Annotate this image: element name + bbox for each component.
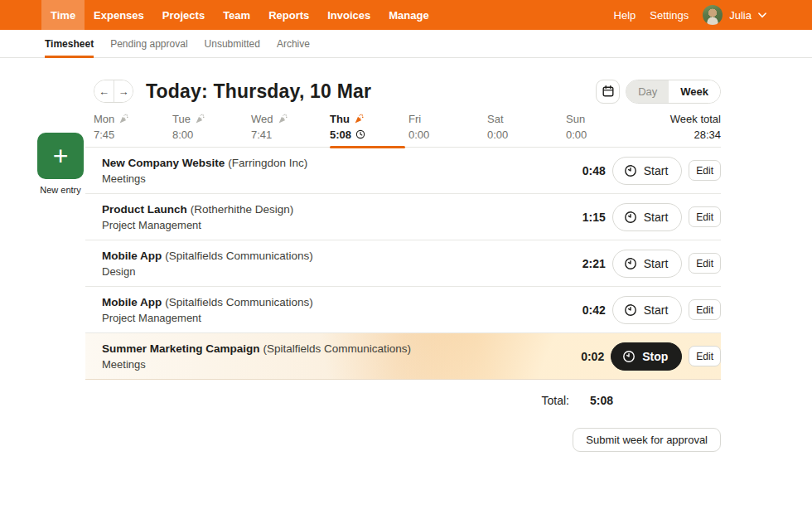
party-popper-icon — [354, 114, 365, 124]
time-entry-row: Product Launch(Rotherhithe Design) Proje… — [85, 194, 721, 240]
nav-item-projects[interactable]: Projects — [153, 0, 214, 30]
timer-button-label: Start — [644, 164, 669, 177]
entry-task: Meetings — [102, 172, 571, 185]
tab-archive[interactable]: Archive — [277, 30, 310, 57]
clock-icon — [624, 257, 637, 270]
date-header: ← → Today: Thursday, 10 Mar Day Week — [94, 79, 721, 104]
start-timer-button[interactable]: Start — [612, 157, 683, 185]
nav-item-expenses[interactable]: Expenses — [85, 0, 153, 30]
day-column-sun[interactable]: Sun 0:00 — [566, 112, 645, 141]
entry-project: Product Launch — [102, 203, 187, 216]
new-entry-label: New entry — [37, 185, 84, 195]
day-column-wed[interactable]: Wed 7:41 — [251, 112, 330, 141]
edit-entry-button[interactable]: Edit — [689, 299, 721, 320]
entry-client: (Spitalfields Communications) — [263, 342, 412, 355]
day-column-tue[interactable]: Tue 8:00 — [172, 112, 251, 141]
edit-entry-button[interactable]: Edit — [689, 206, 721, 227]
entry-project: Mobile App — [102, 250, 162, 262]
tab-unsubmitted[interactable]: Unsubmitted — [205, 30, 260, 57]
day-name: Thu — [330, 113, 350, 125]
timer-button-label: Stop — [642, 350, 668, 363]
new-entry-button[interactable]: + — [37, 133, 84, 179]
submit-week-button[interactable]: Submit week for approval — [573, 428, 721, 452]
nav-item-invoices[interactable]: Invoices — [318, 0, 379, 30]
entry-info: Summer Marketing Campaign(Spitalfields C… — [102, 342, 569, 371]
help-link[interactable]: Help — [614, 9, 636, 22]
entry-project: Summer Marketing Campaign — [102, 342, 260, 355]
entry-time: 2:21 — [571, 257, 606, 270]
nav-item-manage[interactable]: Manage — [379, 0, 437, 30]
entry-info: New Company Website(Farringdon Inc) Meet… — [102, 157, 571, 185]
day-total: 0:00 — [487, 128, 566, 141]
clock-icon — [624, 211, 637, 224]
user-name: Julia — [729, 9, 752, 22]
entry-task: Design — [102, 265, 571, 278]
day-name: Wed — [251, 113, 273, 125]
day-total-row: Total: 5:08 — [85, 394, 721, 407]
timer-button-label: Start — [644, 211, 669, 224]
edit-entry-button[interactable]: Edit — [689, 160, 721, 181]
day-column-fri[interactable]: Fri 0:00 — [408, 112, 487, 141]
party-popper-icon — [195, 114, 205, 124]
clock-icon — [624, 303, 637, 317]
settings-link[interactable]: Settings — [650, 9, 689, 22]
day-total: 7:41 — [251, 128, 330, 141]
edit-entry-button[interactable]: Edit — [689, 346, 721, 366]
entry-client: (Spitalfields Communications) — [165, 296, 313, 308]
entry-time: 0:42 — [571, 303, 606, 317]
day-column-mon[interactable]: Mon 7:45 — [94, 112, 172, 141]
day-week-toggle: Day Week — [626, 80, 721, 104]
timer-button-label: Start — [644, 257, 669, 270]
tab-pending-approval[interactable]: Pending approval — [110, 30, 187, 57]
entry-info: Product Launch(Rotherhithe Design) Proje… — [102, 203, 571, 231]
current-date: Thursday, 10 Mar — [213, 80, 371, 102]
previous-day-button[interactable]: ← — [94, 80, 114, 102]
time-entry-row: New Company Website(Farringdon Inc) Meet… — [85, 148, 721, 194]
calendar-icon — [602, 85, 615, 98]
time-entry-row: Mobile App(Spitalfields Communications) … — [85, 287, 721, 333]
timesheet-main: ← → Today: Thursday, 10 Mar Day Week + N… — [0, 79, 812, 452]
chevron-down-icon — [758, 12, 766, 18]
time-entry-row: Mobile App(Spitalfields Communications) … — [85, 240, 721, 287]
page-title: Today: Thursday, 10 Mar — [146, 80, 371, 103]
entry-time: 1:15 — [571, 211, 606, 224]
start-timer-button[interactable]: Start — [612, 203, 683, 231]
nav-item-time[interactable]: Time — [41, 0, 85, 30]
edit-entry-button[interactable]: Edit — [689, 253, 721, 274]
timesheet-tabbar: Timesheet Pending approval Unsubmitted A… — [0, 30, 812, 58]
entry-client: (Spitalfields Communications) — [165, 250, 313, 262]
day-column-sat[interactable]: Sat 0:00 — [487, 112, 566, 141]
user-menu[interactable]: Julia — [703, 5, 766, 25]
nav-item-reports[interactable]: Reports — [259, 0, 318, 30]
day-name: Tue — [172, 113, 191, 125]
entry-client: (Farringdon Inc) — [228, 157, 307, 169]
entry-task: Project Management — [102, 312, 571, 324]
entry-task: Meetings — [102, 358, 569, 371]
day-total: 0:00 — [566, 128, 645, 141]
entry-time: 0:02 — [569, 350, 604, 363]
tab-timesheet[interactable]: Timesheet — [45, 30, 94, 57]
timer-button-label: Start — [644, 303, 669, 317]
entry-client: (Rotherhithe Design) — [191, 203, 294, 216]
calendar-picker-button[interactable] — [596, 80, 620, 104]
start-timer-button[interactable]: Start — [612, 296, 683, 324]
party-popper-icon — [118, 114, 129, 124]
view-toggle-week[interactable]: Week — [669, 80, 720, 103]
day-total: 0:00 — [408, 128, 487, 141]
day-column-thu-selected[interactable]: Thu 5:08 — [330, 112, 408, 141]
day-name: Sun — [566, 113, 585, 125]
clock-icon — [624, 164, 637, 177]
nav-item-team[interactable]: Team — [214, 0, 259, 30]
top-navigation: Time Expenses Projects Team Reports Invo… — [0, 0, 812, 30]
today-label: Today: — [146, 80, 208, 102]
total-label: Total: — [542, 394, 569, 407]
entry-project: Mobile App — [102, 296, 162, 308]
day-total: 5:08 — [330, 129, 351, 141]
view-toggle-day[interactable]: Day — [626, 80, 669, 103]
start-timer-button[interactable]: Start — [612, 250, 683, 278]
week-day-strip: Mon 7:45 Tue 8:00 Wed 7:41 Thu 5:08 — [85, 112, 721, 148]
total-value: 5:08 — [590, 394, 613, 407]
week-total-value: 28:34 — [645, 128, 721, 141]
next-day-button[interactable]: → — [114, 80, 133, 102]
stop-timer-button[interactable]: Stop — [611, 342, 682, 371]
